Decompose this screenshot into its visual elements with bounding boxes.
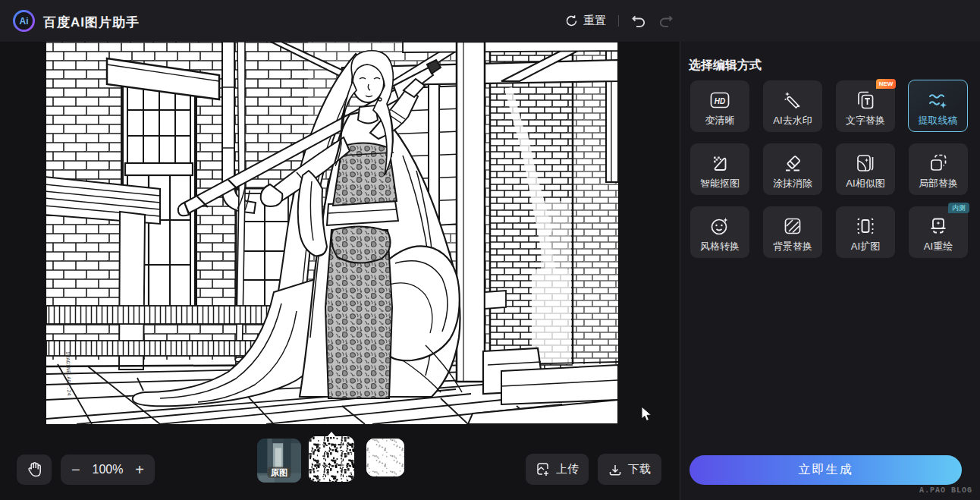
svg-text:HD: HD (715, 97, 725, 105)
svg-text:原图: 原图 (270, 468, 288, 477)
